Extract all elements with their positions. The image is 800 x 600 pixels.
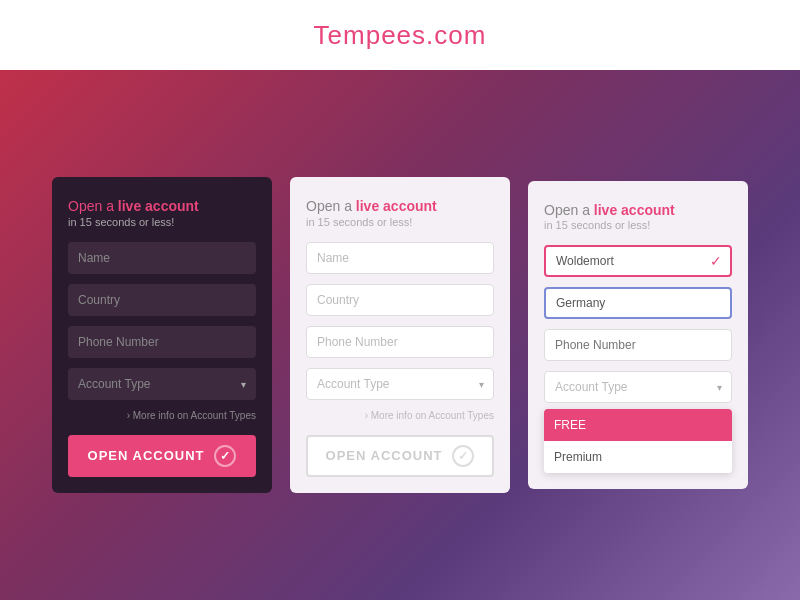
card-light-subtitle: in 15 seconds or less! bbox=[306, 216, 494, 228]
dark-name-input[interactable] bbox=[68, 242, 256, 274]
expanded-name-wrapper: ✓ bbox=[544, 245, 732, 277]
dark-more-info[interactable]: More info on Account Types bbox=[68, 410, 256, 421]
card-expanded: Open a live account in 15 seconds or les… bbox=[528, 181, 748, 489]
dark-phone-input[interactable] bbox=[68, 326, 256, 358]
light-account-type-wrapper: Account Type FREE Premium ▾ bbox=[306, 368, 494, 400]
dropdown-item-free[interactable]: FREE bbox=[544, 409, 732, 441]
card-light: Open a live account in 15 seconds or les… bbox=[290, 177, 510, 492]
light-phone-input[interactable] bbox=[306, 326, 494, 358]
dark-open-button[interactable]: OPEN ACCOUNT ✓ bbox=[68, 435, 256, 477]
expanded-account-type-wrapper: Account Type FREE Premium ▾ bbox=[544, 371, 732, 403]
card-dark-title-block: Open a live account in 15 seconds or les… bbox=[68, 197, 256, 227]
top-bar: Tempees.com bbox=[0, 0, 800, 70]
light-name-input[interactable] bbox=[306, 242, 494, 274]
name-check-icon: ✓ bbox=[710, 253, 722, 269]
dropdown-item-premium[interactable]: Premium bbox=[544, 441, 732, 473]
dark-country-input[interactable] bbox=[68, 284, 256, 316]
light-account-type-select[interactable]: Account Type FREE Premium bbox=[306, 368, 494, 400]
card-dark-subtitle: in 15 seconds or less! bbox=[68, 216, 256, 228]
expanded-phone-input[interactable] bbox=[544, 329, 732, 361]
light-country-input[interactable] bbox=[306, 284, 494, 316]
card-dark-title: Open a live account bbox=[68, 197, 256, 215]
account-type-dropdown: FREE Premium bbox=[544, 409, 732, 473]
light-check-circle: ✓ bbox=[452, 445, 474, 467]
card-expanded-title-block: Open a live account in 15 seconds or les… bbox=[544, 201, 732, 231]
site-title: Tempees.com bbox=[314, 20, 487, 51]
expanded-name-input[interactable] bbox=[544, 245, 732, 277]
card-light-title: Open a live account bbox=[306, 197, 494, 215]
expanded-country-input[interactable] bbox=[544, 287, 732, 319]
card-dark: Open a live account in 15 seconds or les… bbox=[52, 177, 272, 492]
background-area: Open a live account in 15 seconds or les… bbox=[0, 70, 800, 600]
dark-check-circle: ✓ bbox=[214, 445, 236, 467]
expanded-account-type-select[interactable]: Account Type FREE Premium bbox=[544, 371, 732, 403]
light-open-button[interactable]: OPEN ACCOUNT ✓ bbox=[306, 435, 494, 477]
card-light-title-block: Open a live account in 15 seconds or les… bbox=[306, 197, 494, 227]
dark-account-type-wrapper: Account Type FREE Premium ▾ bbox=[68, 368, 256, 400]
light-more-info[interactable]: More info on Account Types bbox=[306, 410, 494, 421]
card-expanded-title: Open a live account bbox=[544, 201, 732, 219]
card-expanded-subtitle: in 15 seconds or less! bbox=[544, 219, 732, 231]
dark-account-type-select[interactable]: Account Type FREE Premium bbox=[68, 368, 256, 400]
